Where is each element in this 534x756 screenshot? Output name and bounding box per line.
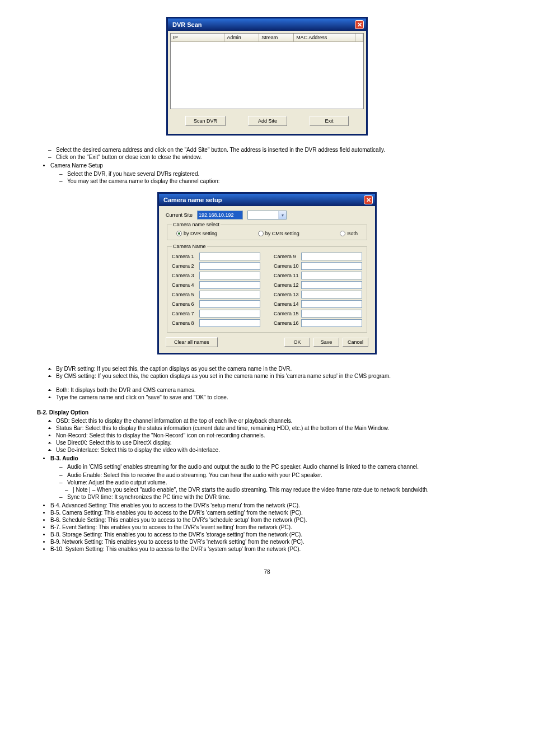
- cam-notes: –By DVR setting: If you select this, the…: [34, 366, 500, 379]
- dvr-scan-title: DVR Scan: [172, 21, 202, 28]
- camera-row: Camera 10: [274, 262, 362, 270]
- note: By CMS setting: If you select this, the …: [56, 373, 391, 379]
- camera-label: Camera 16: [274, 320, 299, 326]
- camera-input-9[interactable]: [301, 253, 362, 260]
- camera-input-12[interactable]: [301, 281, 362, 289]
- text: OSD: Select this to display the channel …: [56, 418, 292, 424]
- camera-col-left: Camera 1 Camera 2 Camera 3 Camera 4 Came…: [172, 253, 260, 329]
- camera-row: Camera 16: [274, 319, 362, 327]
- col-spacer: [355, 34, 363, 42]
- dvr-scan-list-body[interactable]: [170, 42, 364, 109]
- note: Both: It displays both the DVR and CMS c…: [56, 387, 196, 393]
- camera-row: Camera 6: [172, 300, 260, 308]
- dvr-scan-list-header: IP Admin Stream MAC Address: [170, 33, 364, 42]
- radio-icon: [340, 231, 345, 236]
- text: B-7. Event Setting: This enables you to …: [50, 524, 292, 530]
- camera-label: Camera 2: [172, 263, 197, 269]
- radio-label: by CMS setting: [265, 231, 299, 236]
- radio-label: Both: [347, 231, 358, 236]
- camera-input-7[interactable]: [199, 310, 260, 318]
- camera-input-11[interactable]: [301, 272, 362, 279]
- col-admin[interactable]: Admin: [224, 34, 259, 42]
- text: B-5. Camera Setting: This enables you to…: [50, 510, 303, 516]
- camera-label: Camera 14: [274, 301, 299, 307]
- camera-label: Camera 13: [274, 292, 299, 297]
- camera-row: Camera 9: [274, 253, 362, 260]
- ok-button[interactable]: OK: [284, 338, 310, 347]
- radio-row: by DVR setting by CMS setting Both: [172, 231, 362, 236]
- camera-input-1[interactable]: [199, 253, 260, 260]
- current-site-dropdown[interactable]: ▾: [247, 211, 287, 220]
- col-mac[interactable]: MAC Address: [294, 34, 355, 42]
- text: Audio in 'CMS setting' enables streaming…: [67, 464, 419, 470]
- camera-grid: Camera 1 Camera 2 Camera 3 Camera 4 Came…: [172, 253, 362, 329]
- camera-label: Camera 12: [274, 282, 299, 288]
- text: Audio Enable: Select this to receive the…: [67, 472, 322, 478]
- page-number: 78: [34, 569, 500, 575]
- camera-label: Camera 10: [274, 263, 299, 269]
- camera-input-2[interactable]: [199, 262, 260, 270]
- b2-list: –OSD: Select this to display the channel…: [34, 418, 500, 453]
- camera-input-4[interactable]: [199, 281, 260, 289]
- note: Select the desired camera address and cl…: [56, 147, 385, 153]
- close-icon[interactable]: ✕: [364, 195, 373, 204]
- camera-label: Camera 3: [172, 273, 197, 278]
- note: Type the camera name and click on "save"…: [56, 394, 228, 400]
- camera-row: Camera 3: [172, 272, 260, 279]
- text: Use De-interlace: Select this to display…: [56, 447, 220, 453]
- current-site-label: Current Site: [166, 212, 193, 218]
- dvr-scan-footer: Scan DVR Add Site Exit: [170, 109, 364, 132]
- camera-setup-footer: Clear all names OK Save Cancel: [166, 337, 368, 347]
- text: B-8. Storage Setting: This enables you t…: [50, 531, 302, 538]
- camera-input-14[interactable]: [301, 300, 362, 308]
- current-site-row: Current Site 192.168.10.192 ▾: [166, 211, 368, 220]
- chevron-down-icon: ▾: [278, 211, 286, 219]
- b4-b10-list: B-4. Advanced Setting: This enables you …: [34, 502, 500, 552]
- scan-dvr-button[interactable]: Scan DVR: [185, 116, 226, 126]
- current-site-value: 192.168.10.192: [199, 212, 234, 218]
- note: Click on the "Exit" button or close icon…: [56, 154, 202, 160]
- camera-label: Camera 6: [172, 301, 197, 307]
- camera-input-6[interactable]: [199, 300, 260, 308]
- camera-label: Camera 1: [172, 254, 197, 259]
- camera-name-setup-title: Camera name setup: [163, 197, 222, 203]
- camera-input-10[interactable]: [301, 262, 362, 270]
- clear-all-names-button[interactable]: Clear all names: [166, 337, 218, 347]
- camera-col-right: Camera 9 Camera 10 Camera 11 Camera 12 C…: [274, 253, 362, 329]
- camera-input-5[interactable]: [199, 291, 260, 298]
- camera-row: Camera 7: [172, 310, 260, 318]
- text: Use DirectX: Select this to use DirectX …: [56, 440, 172, 446]
- camera-input-3[interactable]: [199, 272, 260, 279]
- close-icon[interactable]: ✕: [355, 20, 364, 29]
- camera-row: Camera 11: [274, 272, 362, 279]
- radio-both[interactable]: Both: [340, 231, 358, 236]
- current-site-select[interactable]: 192.168.10.192: [197, 211, 243, 220]
- camera-input-16[interactable]: [301, 319, 362, 327]
- camera-name-select-group: Camera name select by DVR setting by CMS…: [167, 222, 367, 240]
- b3-heading: B-3. Audio: [50, 455, 78, 461]
- exit-button[interactable]: Exit: [310, 116, 349, 126]
- camera-row: Camera 1: [172, 253, 260, 260]
- camera-label: Camera 7: [172, 311, 197, 316]
- camera-input-15[interactable]: [301, 310, 362, 318]
- camera-input-13[interactable]: [301, 291, 362, 298]
- add-site-button[interactable]: Add Site: [248, 116, 287, 126]
- radio-by-cms[interactable]: by CMS setting: [258, 231, 299, 236]
- camera-row: Camera 5: [172, 291, 260, 298]
- radio-by-dvr[interactable]: by DVR setting: [176, 231, 217, 236]
- camera-label: Camera 4: [172, 282, 197, 288]
- camera-label: Camera 9: [274, 254, 299, 259]
- save-button[interactable]: Save: [313, 338, 339, 347]
- camera-input-8[interactable]: [199, 319, 260, 327]
- camera-label: Camera 8: [172, 320, 197, 326]
- text: You may set the camera name to display t…: [67, 178, 220, 184]
- camera-row: Camera 8: [172, 319, 260, 327]
- camera-row: Camera 12: [274, 281, 362, 289]
- cancel-button[interactable]: Cancel: [343, 338, 368, 347]
- text: Select the DVR, if you have several DVRs…: [67, 171, 199, 177]
- camera-name-heading-list: Camera Name Setup Select the DVR, if you…: [34, 162, 500, 184]
- col-stream[interactable]: Stream: [259, 34, 294, 42]
- camera-row: Camera 4: [172, 281, 260, 289]
- col-ip[interactable]: IP: [171, 34, 224, 42]
- radio-label: by DVR setting: [184, 231, 217, 236]
